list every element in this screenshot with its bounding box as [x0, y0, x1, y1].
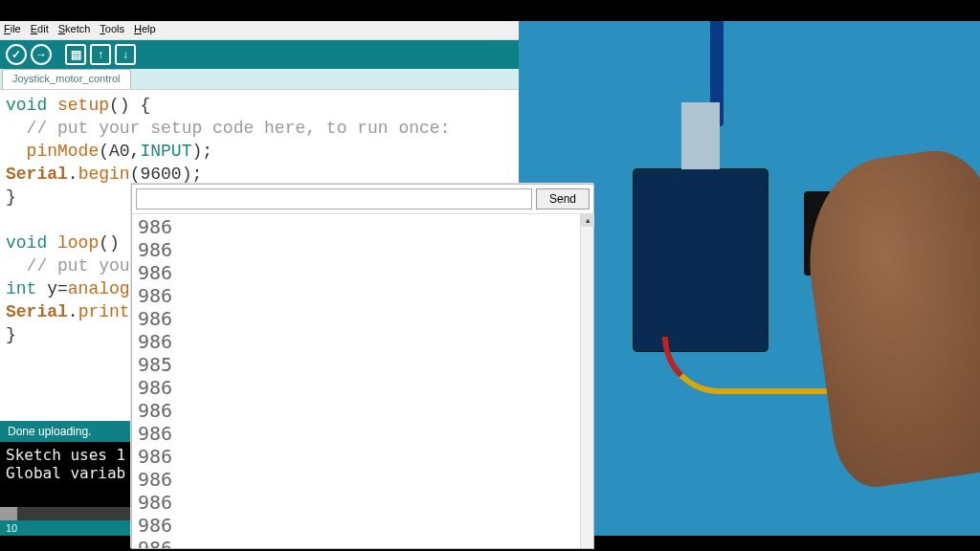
code-comment: // put your [6, 256, 140, 276]
code-token: () [99, 233, 129, 253]
menu-sketch[interactable]: Sketch [58, 23, 91, 37]
open-sketch-button[interactable]: ↑ [90, 44, 111, 65]
code-token: setup [47, 96, 109, 115]
serial-vscrollbar[interactable]: ▴ [580, 213, 593, 548]
tab-bar: Joystick_motor_control [0, 69, 519, 90]
code-token: Serial [6, 165, 68, 184]
code-comment: // put your setup code here, to run once… [6, 119, 450, 138]
serial-send-button[interactable]: Send [536, 188, 590, 209]
menu-file[interactable]: File [4, 23, 21, 37]
code-token: ); [191, 142, 212, 161]
serial-input[interactable] [136, 188, 532, 209]
code-token: analogR [68, 279, 141, 298]
code-token: } [6, 187, 16, 207]
menu-tools[interactable]: Tools [100, 23, 124, 37]
menu-help[interactable]: Help [134, 23, 156, 37]
code-token: void [6, 233, 47, 253]
code-token: () { [109, 96, 150, 115]
code-token: (A0, [99, 142, 140, 161]
console-line: Global variab [6, 464, 125, 482]
code-token: void [6, 96, 47, 115]
serial-monitor-window: Send 986 986 986 986 986 986 985 986 986… [131, 184, 594, 549]
code-token: INPUT [140, 142, 191, 161]
verify-button[interactable]: ✓ [6, 44, 27, 65]
new-sketch-button[interactable]: ▤ [65, 44, 86, 65]
scrollbar-thumb[interactable] [0, 507, 17, 520]
code-token: (9600); [130, 165, 203, 184]
serial-input-row: Send [132, 185, 593, 214]
code-token: loop [47, 233, 99, 253]
code-token: Serial [6, 302, 68, 321]
code-token: } [6, 325, 16, 344]
save-sketch-button[interactable]: ↓ [115, 44, 136, 65]
console-line: Sketch uses 1 [6, 446, 125, 464]
code-token: int [6, 279, 36, 298]
toolbar: ✓ → ▤ ↑ ↓ [0, 40, 519, 69]
tab-sketch[interactable]: Joystick_motor_control [2, 69, 131, 89]
code-token: y= [36, 279, 67, 298]
menu-bar: File Edit Sketch Tools Help [0, 21, 519, 40]
arduino-board [634, 169, 768, 351]
video-letterbox-top [0, 0, 980, 21]
scroll-up-icon[interactable]: ▴ [581, 213, 594, 227]
code-token: pinMode [6, 142, 99, 161]
code-token: begin [78, 165, 130, 184]
upload-button[interactable]: → [31, 44, 52, 65]
code-token: . [68, 302, 78, 321]
menu-edit[interactable]: Edit [31, 23, 49, 37]
code-token: . [68, 165, 78, 184]
serial-output[interactable]: 986 986 986 986 986 986 985 986 986 986 … [132, 215, 580, 548]
